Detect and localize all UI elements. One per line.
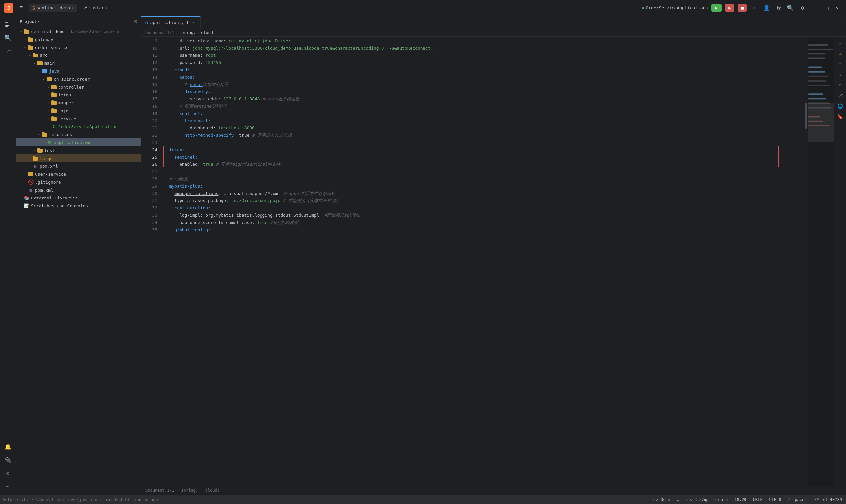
breadcrumb-cloud[interactable]: cloud:	[201, 30, 215, 35]
run-config-area: ● OrderServiceApplication ▾	[642, 5, 709, 10]
hamburger-menu[interactable]: ☰	[16, 3, 27, 13]
tree-arrow-controller: ›	[46, 84, 51, 90]
code-line-35: global-config:	[161, 226, 805, 234]
memory-label: 976 of 4078M	[813, 498, 842, 502]
folder-icon-src	[32, 52, 38, 58]
tree-label-package: cn.z3inc.order	[54, 77, 90, 82]
line-number-25: 25	[141, 154, 157, 161]
done-status[interactable]: ✓ ✓ Done	[651, 495, 672, 504]
tree-item-external-libraries[interactable]: › 📚 External Libraries	[16, 194, 141, 202]
auto-fetch-label: Auto fetch: E:\Code\Other\jiuye\java-dem…	[3, 498, 160, 502]
tree-arrow-target: ›	[27, 156, 32, 161]
minimize-button[interactable]: ─	[813, 3, 822, 13]
profile-button[interactable]: 👤	[761, 3, 772, 13]
run-button[interactable]: ▶	[711, 4, 722, 12]
tab-application-yml[interactable]: ⚙ application.yml ✕	[141, 16, 201, 29]
tree-item-pojo[interactable]: › pojo	[16, 107, 141, 114]
right-bar-warning-icon[interactable]: ⚠	[836, 49, 845, 58]
tree-item-resources[interactable]: ▾ resources	[16, 130, 141, 138]
minimap-slider[interactable]	[808, 103, 834, 142]
tree-item-package[interactable]: ▾ cn.z3inc.order	[16, 75, 141, 83]
tree-item-scratches[interactable]: › 📝 Scratches and Consoles	[16, 202, 141, 210]
tree-item-controller[interactable]: › controller	[16, 83, 141, 91]
activity-git[interactable]: ⎇	[2, 45, 14, 57]
sidebar-header[interactable]: Project ▾ ⚙	[16, 16, 141, 28]
settings-button[interactable]: ⚙	[797, 3, 808, 13]
indent-status[interactable]: 2 spaces	[787, 495, 808, 504]
tree-item-test[interactable]: › test	[16, 146, 141, 154]
tree-item-src[interactable]: ▾ src	[16, 51, 141, 59]
project-switcher[interactable]: S sentinel-demo ▾	[29, 4, 77, 12]
tree-item-pom-root[interactable]: m pom.xml	[16, 186, 141, 194]
activity-project[interactable]	[2, 18, 14, 30]
activity-plugins[interactable]: 🔌	[2, 454, 14, 466]
code-line-26: enabled: true # 开启feign对sentinel的支持	[161, 161, 805, 168]
right-bar-globe-icon[interactable]: 🌐	[836, 102, 845, 111]
tree-item-mapper[interactable]: › mapper	[16, 99, 141, 107]
tree-arrow-yml	[41, 140, 46, 145]
tree-item-order-service[interactable]: ▾ order-service	[16, 43, 141, 51]
folder-icon-user-service	[28, 171, 34, 177]
tree-item-gitignore[interactable]: 🚫 .gitignore	[16, 178, 141, 186]
tree-item-order-service-app[interactable]: C OrderServiceApplication	[16, 123, 141, 130]
right-bar-download-icon[interactable]: ↓	[836, 70, 845, 79]
tree-item-main[interactable]: ▾ main	[16, 59, 141, 67]
tree-item-feign[interactable]: › feign	[16, 91, 141, 99]
delta-label: △ 3 △/up-to-date	[690, 498, 728, 502]
line-ending-status[interactable]: CRLF	[752, 495, 764, 504]
folder-icon-test	[37, 147, 43, 153]
tab-close-button[interactable]: ✕	[191, 20, 196, 25]
project-path: – E:\Code\Other\jiuye\ja	[67, 30, 119, 34]
vertical-scrollbar[interactable]	[805, 37, 808, 486]
windows-status[interactable]: ⊞	[675, 495, 680, 504]
right-bar-bookmark-icon[interactable]: 🔖	[836, 112, 845, 121]
svg-rect-10	[808, 76, 828, 77]
tree-label-pojo: pojo	[58, 108, 68, 113]
close-button[interactable]: ✕	[833, 3, 842, 13]
branch-switcher[interactable]: ⎇ master ▾	[79, 4, 111, 12]
more-menu-button[interactable]: ⋯	[749, 3, 760, 13]
charset-status[interactable]: UTF-8	[767, 495, 782, 504]
stop-button[interactable]: ■	[738, 4, 747, 12]
code-editor[interactable]: driver-class-name: com.mysql.cj.jdbc.Dri…	[161, 37, 805, 486]
tree-item-pom-order[interactable]: m pom.xml	[16, 162, 141, 170]
scrollbar-thumb[interactable]	[805, 103, 807, 129]
tree-item-gateway[interactable]: › gateway	[16, 35, 141, 43]
svg-rect-0	[5, 22, 7, 23]
tree-item-sentinel-demo[interactable]: ▾ sentinel-demo – E:\Code\Other\jiuye\ja	[16, 28, 141, 35]
code-line-28: # mp配置	[161, 175, 805, 183]
tree-label-osa: OrderServiceApplication	[58, 124, 118, 129]
folder-icon-controller	[51, 84, 57, 90]
breadcrumb-spring[interactable]: spring:	[179, 30, 196, 35]
git-delta-status[interactable]: △ △ 3 △/up-to-date	[685, 495, 729, 504]
svg-rect-12	[808, 85, 830, 86]
code-line-15: # nacos注册中心配置	[161, 81, 805, 88]
tab-more-button[interactable]: ⋮	[835, 17, 846, 28]
memory-status: 976 of 4078M	[812, 495, 843, 504]
folder-icon	[24, 29, 30, 34]
activity-bar: 🔍 ⎇ 🔔 🔌 ⚙ ⋯	[0, 16, 16, 495]
tree-item-java[interactable]: ▾ java	[16, 67, 141, 75]
tree-item-user-service[interactable]: › user-service	[16, 170, 141, 178]
maximize-button[interactable]: □	[823, 3, 832, 13]
tree-arrow-java: ▾	[36, 68, 42, 74]
code-line-19: sentinel:	[161, 110, 805, 117]
activity-more[interactable]: ⋯	[2, 480, 14, 492]
tree-item-application-yml[interactable]: ⚙ application.yml	[16, 138, 141, 146]
activity-settings[interactable]: ⚙	[2, 467, 14, 479]
tree-item-service[interactable]: › service	[16, 114, 141, 123]
tab-yaml-icon: ⚙	[145, 20, 148, 25]
right-bar-upload-icon[interactable]: ↑	[836, 59, 845, 68]
coverage-button[interactable]: ▶	[725, 4, 734, 12]
tree-item-target[interactable]: › target	[16, 154, 141, 162]
translate-button[interactable]: 译	[773, 3, 784, 13]
sidebar-settings-icon[interactable]: ⚙	[134, 18, 137, 25]
search-everywhere-button[interactable]: 🔍	[785, 3, 796, 13]
activity-search[interactable]: 🔍	[2, 32, 14, 43]
right-bar-git-icon[interactable]: ⎇	[836, 91, 845, 100]
svg-rect-8	[808, 67, 822, 68]
code-line-10: url: jdbc:mysql://localhost:3306/cloud_d…	[161, 44, 805, 52]
activity-notifications[interactable]: 🔔	[2, 440, 14, 452]
right-bar-edit-icon[interactable]: ✏	[836, 38, 845, 47]
tree-label-order-service: order-service	[35, 45, 69, 50]
